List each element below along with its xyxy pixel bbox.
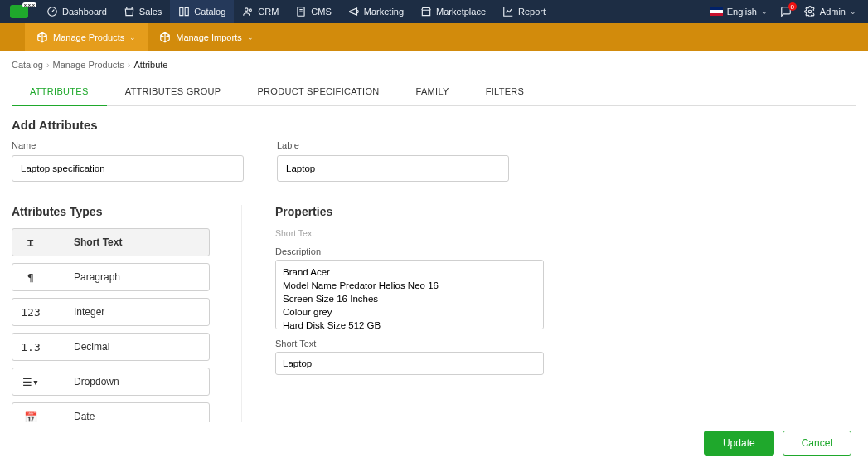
type-paragraph[interactable]: ¶Paragraph — [12, 263, 210, 291]
users-icon — [242, 6, 254, 17]
svg-point-1 — [245, 8, 249, 11]
language-switcher[interactable]: English ⌄ — [710, 7, 768, 17]
tab-bar: ATTRIBUTESATTRIBUTES GROUPPRODUCT SPECIF… — [12, 78, 856, 106]
nav-crm[interactable]: CRM — [234, 0, 287, 23]
bag-icon — [124, 6, 135, 17]
chevron-right-icon: › — [128, 60, 131, 70]
nav-marketing[interactable]: Marketing — [340, 0, 412, 23]
page-title: Add Attributes — [12, 118, 856, 132]
top-navbar: x.x.x DashboardSalesCatalogCRMCMSMarketi… — [0, 0, 868, 23]
name-label: Name — [12, 140, 244, 150]
chevron-down-icon: ⌄ — [247, 33, 254, 41]
nav-label: Catalog — [194, 7, 225, 17]
type-decimal-icon: 1.3 — [12, 341, 49, 353]
svg-point-4 — [808, 10, 812, 13]
nav-marketplace[interactable]: Marketplace — [412, 0, 494, 23]
nav-report[interactable]: Report — [494, 0, 554, 23]
nav-label: Marketing — [364, 7, 404, 17]
types-heading: Attributes Types — [12, 205, 210, 218]
chevron-down-icon: ⌄ — [129, 33, 136, 41]
lable-input[interactable] — [277, 155, 509, 182]
footer-actions: Update Cancel — [0, 422, 868, 463]
properties-subtype: Short Text — [275, 228, 856, 238]
lable-label: Lable — [277, 140, 509, 150]
version-badge: x.x.x — [22, 2, 36, 7]
type-short-text-icon: ⌶ — [12, 236, 49, 249]
submenu-label: Manage Products — [53, 32, 124, 42]
chart-icon — [502, 6, 514, 17]
catalog-submenu: Manage Products⌄Manage Imports⌄ — [0, 23, 868, 51]
name-input[interactable] — [12, 155, 244, 182]
nav-label: Dashboard — [62, 7, 107, 17]
type-decimal[interactable]: 1.3Decimal — [12, 333, 210, 361]
notification-button[interactable]: 0 — [779, 6, 793, 17]
language-label: English — [727, 7, 757, 17]
nav-label: Marketplace — [436, 7, 486, 17]
submenu-manage-imports[interactable]: Manage Imports⌄ — [148, 23, 264, 51]
type-integer-icon: 123 — [12, 306, 49, 319]
type-paragraph-icon: ¶ — [12, 271, 49, 284]
admin-menu[interactable]: Admin ⌄ — [804, 6, 856, 17]
nav-label: Sales — [139, 7, 162, 17]
short-text-label: Short Text — [275, 339, 856, 348]
breadcrumb-item: Attribute — [133, 60, 167, 70]
brand-logo[interactable]: x.x.x — [0, 0, 38, 23]
book-icon — [178, 6, 190, 17]
nav-catalog[interactable]: Catalog — [170, 0, 234, 23]
type-integer[interactable]: 123Integer — [12, 298, 210, 326]
type-label: Dropdown — [49, 376, 209, 387]
submenu-label: Manage Imports — [176, 32, 241, 42]
gear-icon — [804, 6, 816, 17]
type-dropdown[interactable]: ☰▾Dropdown — [12, 368, 210, 396]
cancel-button[interactable]: Cancel — [783, 431, 851, 456]
type-label: Paragraph — [49, 271, 209, 283]
cube-icon — [36, 32, 48, 43]
properties-heading: Properties — [275, 205, 856, 218]
chevron-down-icon: ⌄ — [850, 7, 856, 16]
update-button[interactable]: Update — [704, 431, 774, 456]
svg-point-2 — [250, 9, 252, 12]
tab-product-specification[interactable]: PRODUCT SPECIFICATION — [239, 78, 397, 105]
store-icon — [420, 6, 432, 17]
tab-attributes[interactable]: ATTRIBUTES — [12, 78, 107, 106]
nav-cms[interactable]: CMS — [287, 0, 339, 23]
nav-label: Report — [518, 7, 546, 17]
type-label: Date — [49, 411, 209, 422]
tab-family[interactable]: FAMILY — [398, 78, 468, 105]
megaphone-icon — [348, 6, 360, 17]
type-short-text[interactable]: ⌶Short Text — [12, 228, 210, 256]
type-label: Short Text — [49, 236, 209, 248]
tab-attributes-group[interactable]: ATTRIBUTES GROUP — [107, 78, 240, 105]
submenu-manage-products[interactable]: Manage Products⌄ — [25, 23, 148, 51]
breadcrumb-item[interactable]: Catalog — [12, 60, 43, 70]
nav-label: CRM — [258, 7, 279, 17]
nav-dashboard[interactable]: Dashboard — [38, 0, 115, 23]
chevron-down-icon: ⌄ — [761, 7, 768, 16]
type-label: Integer — [49, 306, 209, 318]
doc-icon — [295, 6, 307, 17]
nav-label: CMS — [311, 7, 331, 17]
short-text-input[interactable] — [275, 352, 544, 375]
type-label: Decimal — [49, 341, 209, 353]
chevron-right-icon: › — [46, 60, 50, 70]
uk-flag-icon — [710, 7, 723, 16]
type-dropdown-icon: ☰▾ — [12, 376, 49, 388]
cube-icon — [159, 32, 171, 43]
dashboard-icon — [46, 6, 58, 17]
admin-label: Admin — [820, 7, 846, 17]
breadcrumb: Catalog›Manage Products›Attribute — [0, 51, 868, 78]
notification-badge: 0 — [788, 2, 797, 11]
description-textarea[interactable] — [275, 260, 544, 329]
tab-filters[interactable]: FILTERS — [468, 78, 543, 105]
description-label: Description — [275, 246, 856, 256]
nav-sales[interactable]: Sales — [115, 0, 171, 23]
breadcrumb-item[interactable]: Manage Products — [53, 60, 124, 70]
